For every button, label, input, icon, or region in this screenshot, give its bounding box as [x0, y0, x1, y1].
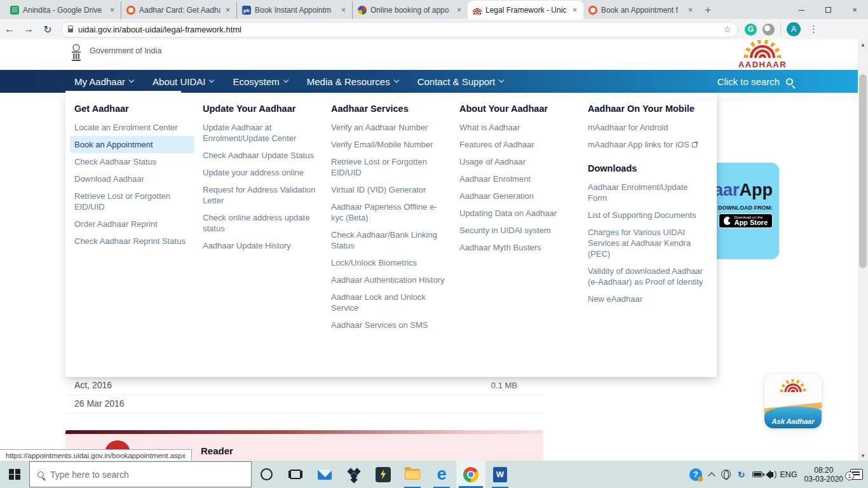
clock[interactable]: 08:20 03-03-2020: [804, 466, 843, 484]
battery-icon[interactable]: [752, 471, 763, 477]
restore-button[interactable]: [815, 0, 841, 19]
menu-item[interactable]: Aadhaar Services on SMS: [331, 316, 447, 334]
page-scrollbar[interactable]: ▲ ▼: [858, 39, 868, 461]
nav-item[interactable]: About UIDAI: [153, 76, 214, 87]
close-button[interactable]: ×: [841, 0, 868, 19]
browser-tab[interactable]: Legal Framework - Unic ×: [468, 1, 583, 19]
word-app-button[interactable]: W: [485, 461, 515, 488]
back-button[interactable]: ←: [0, 24, 19, 35]
menu-item[interactable]: Locate an Enrolment Center: [74, 119, 190, 136]
address-bar[interactable]: uidai.gov.in/about-uidai/legal-framework…: [61, 22, 738, 37]
menu-item-label: Updating Data on Aadhaar: [459, 208, 557, 218]
forward-button[interactable]: →: [19, 24, 38, 35]
nav-item[interactable]: My Aadhaar: [74, 76, 133, 87]
menu-item[interactable]: Retrieve Lost or Forgotten EID/UID: [74, 187, 190, 215]
menu-item[interactable]: What is Aadhaar: [459, 119, 575, 136]
menu-item[interactable]: Download Aadhaar: [74, 170, 190, 187]
network-globe-icon[interactable]: [721, 470, 731, 479]
browser-tab[interactable]: Book an Appointment f ×: [583, 1, 699, 19]
start-button[interactable]: [0, 461, 29, 488]
app-store-badge[interactable]: Download on the App Store: [719, 214, 773, 228]
menu-item[interactable]: Aadhaar Lock and Unlock Service: [331, 288, 447, 316]
menu-item[interactable]: Check Aadhaar Status: [74, 153, 190, 170]
tab-close-icon[interactable]: ×: [340, 6, 347, 15]
tab-close-icon[interactable]: ×: [571, 6, 578, 15]
table-row[interactable]: Act, 2016 0.1 MB: [65, 377, 543, 395]
menu-item[interactable]: Charges for Various UIDAI Services at Aa…: [588, 224, 703, 262]
menu-item[interactable]: Aadhaar Paperless Offline e-kyc (Beta): [331, 198, 447, 226]
menu-item[interactable]: Aadhaar Enrolment/Update Form: [588, 179, 703, 207]
browser-tab[interactable]: Book Instant Appointm ×: [236, 1, 352, 19]
scroll-up-icon[interactable]: ▲: [858, 39, 868, 50]
menu-item[interactable]: Validity of downloaded Aadhaar (e-Aadhaa…: [588, 262, 703, 290]
site-search-button[interactable]: Click to search: [717, 70, 793, 93]
screenshot-app-button[interactable]: [369, 461, 398, 488]
language-indicator[interactable]: ENG: [780, 470, 797, 479]
taskbar-search[interactable]: [29, 461, 252, 487]
scroll-down-icon[interactable]: ▼: [858, 451, 868, 461]
ask-aadhaar-widget[interactable]: Ask Aadhaar: [764, 374, 822, 428]
nav-item[interactable]: Media & Resources: [307, 76, 398, 87]
action-center-icon[interactable]: 1: [850, 469, 863, 480]
menu-item[interactable]: Check Aadhaar/Bank Linking Status: [331, 226, 447, 254]
taskbar-search-input[interactable]: [50, 470, 228, 480]
menu-item[interactable]: Aadhaar Authentication History: [331, 271, 447, 288]
volume-icon[interactable]: [770, 472, 773, 477]
tab-close-icon[interactable]: ×: [456, 6, 463, 15]
menu-item[interactable]: mAadhaar for Android: [588, 119, 703, 136]
menu-item[interactable]: Virtual ID (VID) Generator: [331, 181, 447, 198]
menu-item[interactable]: Check Aadhaar Reprint Status: [74, 233, 190, 250]
browser-tab[interactable]: Anindita - Google Drive ×: [5, 1, 121, 19]
menu-item[interactable]: List of Supporting Documents: [588, 207, 703, 224]
browser-tab[interactable]: Aadhar Card: Get Aadha ×: [121, 1, 236, 19]
menu-item[interactable]: Updating Data on Aadhaar: [459, 205, 575, 222]
minimize-button[interactable]: ─: [788, 0, 815, 19]
menu-item[interactable]: Update your address online: [203, 164, 318, 181]
help-tray-icon[interactable]: ?: [689, 468, 702, 481]
menu-item[interactable]: Aadhaar Enrolment: [459, 170, 575, 187]
menu-item[interactable]: Update Aadhaar at Enrolment/Update Cente…: [203, 119, 318, 147]
browser-menu-icon[interactable]: ⋮: [806, 24, 825, 35]
menu-item[interactable]: Verify Email/Mobile Number: [331, 136, 447, 153]
profile-avatar[interactable]: A: [787, 22, 801, 36]
menu-item[interactable]: Retrieve Lost or Forgotten EID/UID: [331, 153, 447, 181]
nav-item[interactable]: Ecosystem: [233, 76, 287, 87]
menu-item[interactable]: Lock/Unlock Biometrics: [331, 254, 447, 271]
menu-item[interactable]: Security in UIDAI system: [459, 222, 575, 239]
tray-overflow-chevron-icon[interactable]: [708, 472, 715, 479]
new-tab-button[interactable]: +: [699, 1, 717, 19]
menu-item[interactable]: Aadhaar Update History: [203, 237, 318, 254]
task-view-button[interactable]: [281, 461, 310, 488]
file-explorer-button[interactable]: [398, 461, 427, 488]
bookmark-star-icon[interactable]: ☆: [723, 24, 731, 34]
cortana-button[interactable]: [252, 461, 281, 488]
sync-tray-icon[interactable]: ↻: [738, 470, 745, 480]
extension-icon[interactable]: [763, 24, 775, 36]
scrollbar-thumb[interactable]: [859, 74, 867, 268]
tab-close-icon[interactable]: ×: [109, 6, 116, 15]
menu-item[interactable]: Verify an Aadhaar Number: [331, 119, 447, 136]
menu-item[interactable]: Order Aadhaar Reprint: [74, 215, 190, 233]
menu-item[interactable]: New eAadhaar: [588, 290, 703, 308]
dropbox-app-button[interactable]: [339, 461, 369, 488]
menu-item[interactable]: Aadhaar Generation: [459, 187, 575, 205]
menu-item[interactable]: Aadhaar Myth Busters: [459, 239, 575, 256]
menu-item[interactable]: mAadhaar App links for iOS: [588, 136, 703, 153]
menu-item[interactable]: Usage of Aadhaar: [459, 153, 575, 170]
mail-app-button[interactable]: [310, 461, 339, 488]
grammarly-extension-icon[interactable]: G: [745, 24, 757, 36]
reload-button[interactable]: ↻: [38, 24, 57, 36]
tab-close-icon[interactable]: ×: [224, 6, 231, 15]
menu-item[interactable]: Check online address update status: [203, 209, 318, 237]
table-row[interactable]: 26 Mar 2016: [65, 395, 543, 414]
menu-item[interactable]: Book an Appointment: [70, 136, 194, 153]
url-text[interactable]: uidai.gov.in/about-uidai/legal-framework…: [78, 25, 718, 34]
menu-item[interactable]: Features of Aadhaar: [459, 136, 575, 153]
browser-tab[interactable]: Online booking of appo ×: [352, 1, 468, 19]
tab-close-icon[interactable]: ×: [687, 6, 694, 15]
edge-browser-button[interactable]: e: [427, 461, 456, 488]
nav-item[interactable]: Contact & Support: [417, 76, 504, 87]
menu-item[interactable]: Check Aadhaar Update Status: [203, 147, 318, 164]
menu-item[interactable]: Request for Address Validation Letter: [203, 181, 318, 209]
chrome-browser-button[interactable]: [456, 461, 485, 488]
